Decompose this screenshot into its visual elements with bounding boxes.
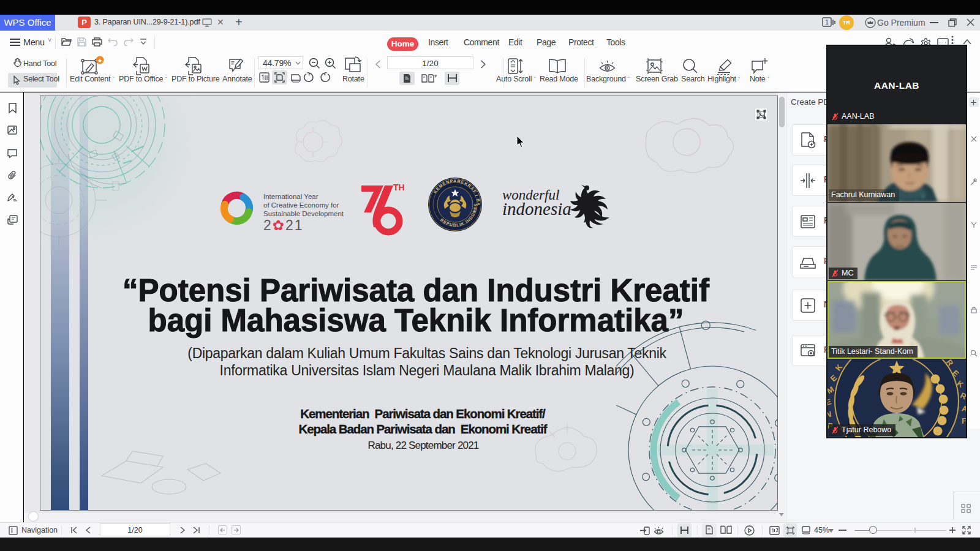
svg-text:★: ★: [97, 58, 102, 64]
svg-text:1: 1: [825, 18, 829, 26]
svg-text:F: F: [962, 416, 966, 425]
svg-text:TH: TH: [393, 182, 405, 192]
